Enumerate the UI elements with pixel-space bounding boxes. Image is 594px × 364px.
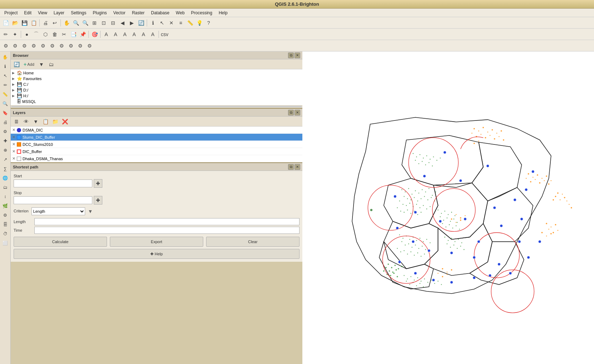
copy-features-btn[interactable]: 📑 <box>69 30 78 39</box>
layers-add-layer-btn[interactable]: 📋 <box>41 117 50 126</box>
side-measure-btn[interactable]: 📏 <box>1 90 10 99</box>
tree-item-d[interactable]: ▶ 💾 D:/ <box>11 87 302 93</box>
side-time-btn[interactable]: ⏱ <box>1 230 10 238</box>
snap-settings-btn[interactable]: 🎯 <box>90 30 99 39</box>
label4-btn[interactable]: A <box>130 30 138 39</box>
side-edit-btn[interactable]: ✏ <box>1 81 10 89</box>
pan-map-btn[interactable]: ✋ <box>62 19 71 27</box>
side-plugin-btn[interactable]: ⚙ <box>1 127 10 136</box>
side-layers2-btn[interactable]: 🗂 <box>1 183 10 192</box>
menu-web[interactable]: Web <box>173 10 187 16</box>
layers-float-btn[interactable]: ⧉ <box>288 110 294 115</box>
zoom-next-btn[interactable]: ▶ <box>127 19 136 27</box>
plugin7-btn[interactable]: ⚙ <box>57 41 66 50</box>
layer-dic-buffer[interactable]: ✕ DIC_Buffer <box>11 148 302 155</box>
zoom-out-btn[interactable]: 🔍 <box>81 19 89 27</box>
tree-item-h[interactable]: ▶ 💾 H:/ <box>11 93 302 99</box>
criterion-dropdown[interactable]: Length Time <box>31 207 85 215</box>
layer-dhaka-dsma[interactable]: ✕ Dhaka_DSMA_Thanas <box>11 155 302 162</box>
label6-btn[interactable]: A <box>148 30 157 39</box>
open-project-btn[interactable]: 📂 <box>11 19 19 27</box>
side-zoom-btn[interactable]: 🔍 <box>1 99 10 108</box>
sp-float-btn[interactable]: ⧉ <box>288 164 294 170</box>
clear-button[interactable]: Clear <box>206 237 300 247</box>
attribute-table-btn[interactable]: ≡ <box>176 19 185 27</box>
tree-item-mssql[interactable]: 🗄 MSSQL <box>11 99 302 104</box>
delete-selected-btn[interactable]: 🗑 <box>50 30 59 39</box>
tree-item-home[interactable]: ▶ 🏠 Home <box>11 70 302 76</box>
browser-collapse-btn[interactable]: 🗂 <box>47 60 55 69</box>
plugin6-btn[interactable]: ⚙ <box>48 41 57 50</box>
start-input[interactable] <box>14 179 92 187</box>
zoom-selection-btn[interactable]: ⊡ <box>99 19 108 27</box>
layers-show-btn[interactable]: 👁 <box>22 117 30 126</box>
label-btn[interactable]: A <box>102 30 111 39</box>
side-box-btn[interactable]: ⬜ <box>1 239 10 247</box>
plugin10-btn[interactable]: ⚙ <box>85 41 94 50</box>
side-route-btn[interactable]: ↗ <box>1 155 10 164</box>
zoom-layer-btn[interactable]: ⊟ <box>109 19 117 27</box>
menu-project[interactable]: Project <box>1 10 20 16</box>
zoom-prev-btn[interactable]: ◀ <box>118 19 127 27</box>
side-bookmark-btn[interactable]: 🔖 <box>1 109 10 117</box>
node-tool-btn[interactable]: ✦ <box>11 30 19 39</box>
layer-slums-dic-buffer[interactable]: ✕ Slums_DIC_Buffer <box>11 134 302 141</box>
plugin3-btn[interactable]: ⚙ <box>20 41 29 50</box>
browser-close-btn[interactable]: ✕ <box>294 53 300 58</box>
menu-edit[interactable]: Edit <box>21 10 34 16</box>
help-btn[interactable]: ? <box>204 19 213 27</box>
layer-dcc-slums[interactable]: ✕ DCC_Slums2010 <box>11 141 302 148</box>
browser-float-btn[interactable]: ⧉ <box>288 53 294 58</box>
layers-new-btn[interactable]: 🗏 <box>12 117 21 126</box>
layer-dsma-dic[interactable]: ✕ DSMA_DIC <box>11 127 302 134</box>
browser-add-btn[interactable]: + Add <box>22 60 36 69</box>
save-as-btn[interactable]: 📋 <box>29 19 38 27</box>
menu-processing[interactable]: Processing <box>188 10 215 16</box>
side-grass-btn[interactable]: 🌿 <box>1 202 10 210</box>
browser-filter-btn[interactable]: ▼ <box>37 60 46 69</box>
menu-plugins[interactable]: Plugins <box>90 10 109 16</box>
undo-btn[interactable]: ↩ <box>50 19 59 27</box>
export-button[interactable]: Export <box>110 237 203 247</box>
menu-view[interactable]: View <box>35 10 50 16</box>
plugin5-btn[interactable]: ⚙ <box>39 41 47 50</box>
layers-remove-btn[interactable]: ❌ <box>60 117 69 126</box>
calculate-button[interactable]: Calculate <box>14 237 107 247</box>
measure-btn[interactable]: 📏 <box>186 19 194 27</box>
capture-point-btn[interactable]: ● <box>23 30 31 39</box>
refresh-btn[interactable]: 🔄 <box>137 19 145 27</box>
menu-settings[interactable]: Settings <box>68 10 89 16</box>
plugin1-btn[interactable]: ⚙ <box>1 41 10 50</box>
browser-refresh-btn[interactable]: 🔄 <box>12 60 21 69</box>
menu-raster[interactable]: Raster <box>129 10 147 16</box>
side-globe-btn[interactable]: 🌐 <box>1 174 10 182</box>
layers-group-btn[interactable]: 📁 <box>51 117 59 126</box>
menu-layer[interactable]: Layer <box>51 10 67 16</box>
menu-database[interactable]: Database <box>148 10 172 16</box>
start-crosshair-btn[interactable]: ✚ <box>94 179 102 188</box>
side-calc-btn[interactable]: ∑ <box>1 164 10 173</box>
tips-btn[interactable]: 💡 <box>195 19 204 27</box>
side-arrow-btn[interactable]: ↕ <box>1 192 10 201</box>
plugin8-btn[interactable]: ⚙ <box>67 41 75 50</box>
select-btn[interactable]: ↖ <box>158 19 166 27</box>
pencil-btn[interactable]: ✏ <box>1 30 10 39</box>
side-settings-btn[interactable]: ⚙ <box>1 211 10 220</box>
side-snapping-btn[interactable]: ⊕ <box>1 146 10 154</box>
side-identify-btn[interactable]: ℹ <box>1 62 10 71</box>
print-btn[interactable]: 🖨 <box>41 19 50 27</box>
stop-input[interactable] <box>14 196 92 204</box>
layers-close-btn[interactable]: ✕ <box>294 110 300 115</box>
plugin9-btn[interactable]: ⚙ <box>76 41 84 50</box>
help-button[interactable]: ✚ Help <box>14 249 300 259</box>
sp-close-btn[interactable]: ✕ <box>294 164 300 170</box>
identify-btn[interactable]: ℹ <box>148 19 157 27</box>
tree-item-favourites[interactable]: ▶ ⭐ Favourites <box>11 76 302 82</box>
browser-tree[interactable]: ▶ 🏠 Home ▶ ⭐ Favourites ▶ 💾 C:/ ▶ 💾 <box>11 69 302 105</box>
tree-item-c[interactable]: ▶ 💾 C:/ <box>11 82 302 87</box>
label2-btn[interactable]: A <box>111 30 120 39</box>
stop-crosshair-btn[interactable]: ✚ <box>94 196 102 205</box>
layers-filter-btn[interactable]: ▼ <box>31 117 40 126</box>
csv-btn[interactable]: csv <box>160 30 169 39</box>
label3-btn[interactable]: A <box>121 30 129 39</box>
